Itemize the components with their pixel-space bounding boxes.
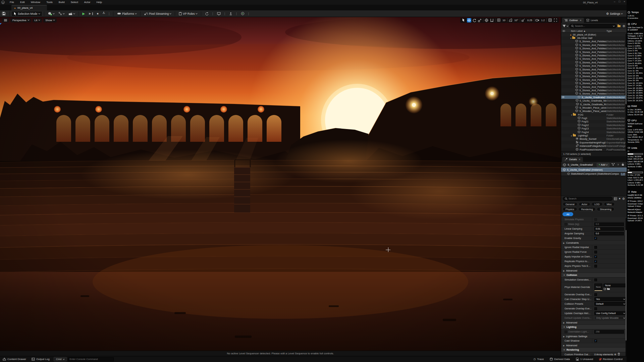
platforms-dropdown[interactable]: Platforms [115, 11, 139, 16]
close-button[interactable]: × [624, 0, 625, 3]
menu-file[interactable]: File [7, 0, 17, 5]
filter-tab-lod[interactable]: LOD [591, 202, 602, 206]
checkbox[interactable] [594, 251, 597, 253]
group-row[interactable]: ▶Advanced [561, 268, 627, 273]
outliner-row[interactable]: ExponentialHeightFog0ExponentialHeightFo… [561, 141, 627, 144]
blueprints-dropdown[interactable] [56, 11, 66, 16]
console-command-input[interactable]: Enter Console Command [68, 357, 114, 361]
outliner-row[interactable]: Fog1StaticMeshActor [561, 116, 627, 120]
value-input[interactable]: 0.01 [594, 227, 624, 231]
move-tool-icon[interactable] [467, 18, 471, 22]
value-input[interactable]: 0.0 [594, 223, 624, 226]
scale-snap-value[interactable]: 0.25 [527, 19, 533, 22]
section-header-lighting[interactable]: ▼Lighting [561, 325, 627, 329]
group-row[interactable]: ▶Lightmass Settings [561, 334, 627, 339]
filter-tab-actor[interactable]: Actor [579, 202, 591, 206]
checkbox[interactable] [594, 293, 597, 296]
edit-component-link[interactable]: Edit [621, 172, 625, 175]
eject-button[interactable]: ▲ [101, 11, 107, 16]
menu-edit[interactable]: Edit [17, 0, 28, 5]
close-icon[interactable]: ✕ [579, 158, 581, 161]
details-settings-gear-icon[interactable]: ⚙ [622, 197, 625, 200]
outliner-row[interactable]: InstancedFoliageActor0InstancedFoliageAc… [561, 144, 627, 148]
camera-speed-value[interactable]: 1.2 [541, 19, 545, 22]
rotate-tool-icon[interactable] [472, 18, 477, 22]
cinematics-dropdown[interactable] [66, 11, 77, 16]
outliner-row[interactable]: S_Stones_And_Pebbles_Pack_StaticMeshActo… [561, 71, 627, 74]
menu-select[interactable]: Select [68, 0, 81, 5]
trace-button[interactable]: ◷ Trace [531, 358, 546, 361]
content-drawer-button[interactable]: Content Drawer [0, 356, 29, 362]
checkbox[interactable] [565, 223, 567, 226]
outliner-row[interactable]: PostProcessVolumePostProcessVolume [561, 148, 627, 151]
filter-chevron-icon[interactable] [567, 25, 569, 27]
filter-tab-general[interactable]: General [562, 202, 578, 206]
checkbox[interactable] [594, 265, 597, 267]
scale-snap-icon[interactable] [521, 18, 526, 22]
maximize-viewport-icon[interactable] [553, 18, 557, 22]
view-mode-dropdown[interactable]: Lit [33, 18, 42, 22]
dropdown[interactable]: Default [594, 302, 627, 306]
outliner-row[interactable]: S_Stones_And_Pebbles_Pack_StaticMeshActo… [561, 78, 627, 81]
menu-tools[interactable]: Tools [43, 0, 56, 5]
outliner-row[interactable]: ▾06-Other Half [561, 36, 627, 40]
checkbox[interactable] [565, 330, 567, 333]
outliner-row[interactable]: S_Uscita_Gradinata2StaticMeshActor [561, 96, 627, 99]
console-mode-dropdown[interactable]: Cmd [54, 357, 67, 361]
outliner-row[interactable]: Fog14StaticMeshActor [561, 130, 627, 134]
group-row[interactable]: ▶Constraints [561, 241, 627, 245]
asset-dropdown[interactable]: None [603, 284, 627, 287]
filter-tab-misc[interactable]: Misc [604, 202, 615, 206]
world-space-icon[interactable] [484, 18, 489, 22]
outliner-row[interactable]: S_Wooden_Piece_uevicgefa_hStaticMeshActo… [561, 106, 627, 109]
grid-snap-icon[interactable] [496, 18, 501, 22]
revision-control-button[interactable]: Revision Control [596, 358, 625, 361]
viewport-options-menu[interactable] [2, 18, 9, 22]
outliner-row[interactable]: S_Stones_And_Pebbles_Pack_StaticMeshActo… [561, 57, 627, 61]
outliner-row[interactable]: S_Stones_And_Pebbles_Pack_StaticMeshActo… [561, 50, 627, 54]
add-component-button[interactable]: +Add [597, 163, 609, 167]
checkbox[interactable]: ✓ [594, 260, 597, 263]
select-tool-icon[interactable] [462, 18, 466, 22]
launch-options-dots[interactable]: ⋮ [247, 12, 251, 15]
outliner-row[interactable]: S_Stones_And_Pebbles_Pack_StaticMeshActo… [561, 64, 627, 68]
lock-icon[interactable] [621, 163, 625, 167]
stage-monitor-icon[interactable] [215, 11, 223, 16]
asset-use-browse-icons[interactable] [603, 288, 627, 291]
outliner-row[interactable]: Fog12StaticMeshActor [561, 123, 627, 127]
level-viewport[interactable]: Perspective Lit Show 10 10° [0, 17, 561, 356]
outliner-row[interactable]: S_Stones_And_Pebbles_Pack_StaticMeshActo… [561, 47, 627, 50]
menu-help[interactable]: Help [94, 0, 105, 5]
help-icon[interactable]: ? [617, 163, 620, 166]
perspective-dropdown[interactable]: Perspective [10, 18, 31, 22]
outliner-row[interactable]: S_Stones_And_Pebbles_Pack_StaticMeshActo… [561, 43, 627, 47]
outliner-row[interactable]: ▲00_plaza_v4 (Editor) [561, 33, 627, 36]
vp-roles-dropdown[interactable]: VP Roles [177, 11, 199, 16]
unreal-logo-icon[interactable]: U [1, 1, 5, 4]
add-actor-dropdown[interactable] [46, 11, 56, 16]
filter-tab-physics[interactable]: Physics [562, 207, 577, 211]
outliner-row[interactable]: S_Stones_And_Pebbles_Pack_StaticMeshActo… [561, 92, 627, 96]
checkbox[interactable] [594, 279, 597, 281]
group-row[interactable]: ▶Advanced [561, 343, 627, 348]
rotation-snap-value[interactable]: 10° [514, 19, 519, 22]
outliner-row[interactable]: S_Stones_And_Pebbles_Pack_StaticMeshActo… [561, 81, 627, 85]
camera-speed-icon[interactable] [535, 18, 540, 22]
details-search-input[interactable]: Search [563, 197, 612, 201]
dropdown[interactable]: Use Config Default [594, 311, 627, 315]
outliner-row[interactable]: S_Stones_And_Pebbles_Pack_StaticMeshActo… [561, 85, 627, 88]
outliner-settings-gear-icon[interactable]: ⚙ [623, 24, 625, 28]
launch-icon[interactable] [239, 11, 247, 16]
outliner-row[interactable]: S_Stones_And_Pebbles_Pack_StaticMeshActo… [561, 88, 627, 92]
scale-tool-icon[interactable] [478, 18, 482, 22]
output-log-button[interactable]: Output Log [29, 356, 52, 362]
outliner-row[interactable]: S_Stones_And_Pebbles_Pack_StaticMeshActo… [561, 61, 627, 64]
rotation-snap-icon[interactable] [508, 18, 513, 22]
outliner-search-input[interactable]: Search... [569, 24, 616, 28]
outliner-row[interactable]: ▾FOGFolder [561, 113, 627, 116]
remote-user-options-dots[interactable]: ⋮ [234, 12, 239, 15]
skip-button[interactable]: ▶ [87, 11, 95, 16]
filter-icon[interactable] [562, 25, 566, 27]
grid-snap-value[interactable]: 10 [502, 19, 506, 22]
display-options-icon[interactable] [614, 197, 617, 200]
